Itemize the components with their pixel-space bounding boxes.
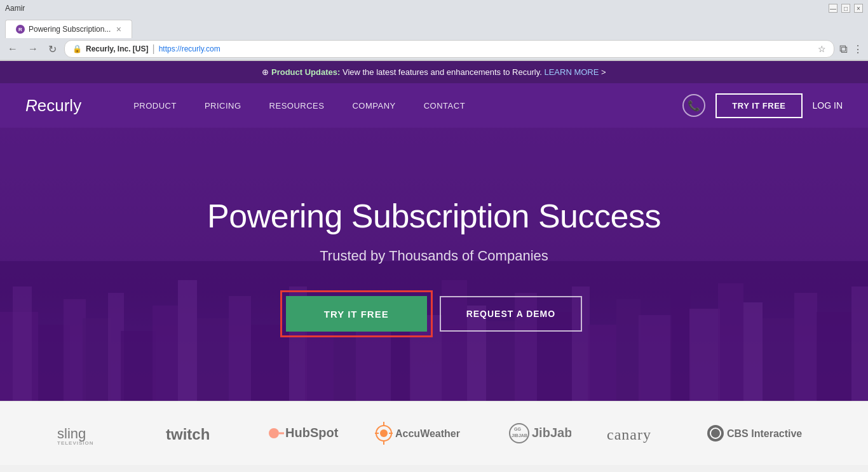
- svg-rect-30: [718, 283, 743, 401]
- minimize-button[interactable]: —: [829, 4, 837, 13]
- url-separator: |: [152, 43, 154, 55]
- svg-rect-9: [178, 280, 197, 401]
- user-label: Aamir: [5, 4, 25, 13]
- svg-rect-31: [743, 302, 763, 401]
- svg-text:AccuWeather: AccuWeather: [395, 428, 460, 439]
- banner-arrow: >: [601, 67, 606, 77]
- bookmark-icon[interactable]: ☆: [818, 44, 826, 54]
- svg-rect-32: [763, 318, 794, 401]
- active-tab[interactable]: R Powering Subscription... ×: [5, 20, 132, 38]
- hero-title: Powering Subscription Success: [207, 197, 661, 235]
- nav-product[interactable]: PRODUCT: [119, 83, 191, 128]
- svg-text:sling: sling: [57, 426, 86, 442]
- browser-chrome: Aamir — □ × R Powering Subscription... ×…: [0, 0, 868, 61]
- accuweather-logo-img: AccuWeather: [374, 421, 475, 446]
- hero-try-free-button[interactable]: TRY IT FREE: [286, 296, 427, 332]
- logo-text-rest: ecurly: [37, 96, 81, 115]
- phone-icon: 📞: [688, 100, 700, 112]
- hubspot-svg: HubSpot: [265, 421, 341, 446]
- svg-text:GG: GG: [514, 427, 521, 431]
- svg-rect-2: [13, 287, 32, 401]
- svg-text:TELEVISION: TELEVISION: [57, 440, 94, 446]
- navbar-try-free-button[interactable]: TRY IT FREE: [715, 93, 802, 118]
- nav-pricing[interactable]: PRICING: [191, 83, 255, 128]
- sling-logo-img: sling TELEVISION: [54, 421, 130, 446]
- top-banner: ⊕ Product Updates: View the latest featu…: [0, 61, 868, 83]
- lock-icon: 🔒: [72, 44, 82, 53]
- nav-resources[interactable]: RESOURCES: [255, 83, 339, 128]
- svg-rect-25: [588, 325, 616, 401]
- navbar: Recurly PRODUCT PRICING RESOURCES COMPAN…: [0, 83, 868, 128]
- hero-subtitle: Trusted by Thousands of Companies: [207, 248, 661, 264]
- cbs-svg: CBS Interactive: [705, 421, 813, 446]
- refresh-button[interactable]: ↻: [46, 42, 59, 57]
- svg-rect-28: [670, 290, 691, 401]
- cbs-logo-img: CBS Interactive: [705, 421, 813, 446]
- svg-rect-5: [83, 318, 111, 401]
- browser-menu-icon[interactable]: ⋮: [853, 43, 863, 55]
- logo-hubspot: HubSpot: [265, 421, 341, 446]
- twitch-svg: twitch: [163, 421, 233, 446]
- logos-bar: sling TELEVISION twitch HubSpot: [0, 401, 868, 465]
- hubspot-logo-img: HubSpot: [265, 421, 341, 446]
- jibjab-logo-img: GG JIBJAB JibJab: [508, 421, 571, 446]
- svg-text:JIBJAB: JIBJAB: [512, 433, 527, 438]
- svg-rect-4: [64, 299, 86, 401]
- svg-rect-7: [121, 331, 156, 401]
- svg-point-39: [269, 428, 279, 438]
- svg-text:canary: canary: [607, 426, 651, 443]
- logo-accuweather: AccuWeather: [374, 421, 475, 446]
- hero-buttons: TRY IT FREE REQUEST A DEMO: [207, 296, 661, 332]
- svg-rect-33: [794, 293, 817, 401]
- nav-links: PRODUCT PRICING RESOURCES COMPANY CONTAC…: [119, 83, 682, 128]
- banner-icon: ⊕: [262, 67, 269, 77]
- favicon-letter: R: [18, 27, 22, 32]
- jibjab-svg: GG JIBJAB JibJab: [508, 421, 571, 446]
- login-button[interactable]: LOG IN: [813, 100, 843, 111]
- tab-close-button[interactable]: ×: [116, 24, 121, 34]
- close-window-button[interactable]: ×: [854, 4, 863, 13]
- logo-canary: canary: [604, 421, 674, 446]
- nav-company[interactable]: COMPANY: [338, 83, 409, 128]
- nav-right: 📞 TRY IT FREE LOG IN: [682, 93, 843, 118]
- url-bar[interactable]: 🔒 Recurly, Inc. [US] | https://recurly.c…: [64, 40, 834, 58]
- logo-jibjab: GG JIBJAB JibJab: [508, 421, 571, 446]
- tab-title: Powering Subscription...: [29, 25, 112, 34]
- svg-rect-8: [153, 306, 178, 401]
- svg-rect-21: [486, 321, 517, 401]
- hero-section: Powering Subscription Success Trusted by…: [0, 128, 868, 401]
- browser-top-bar: Aamir — □ ×: [0, 0, 868, 17]
- logo-sling: sling TELEVISION: [54, 421, 130, 446]
- site-name: Recurly, Inc. [US]: [86, 44, 148, 53]
- sling-svg: sling TELEVISION: [54, 421, 130, 446]
- svg-point-54: [707, 425, 724, 442]
- nav-contact[interactable]: CONTACT: [410, 83, 479, 128]
- phone-button[interactable]: 📞: [682, 94, 705, 117]
- logo-cbs: CBS Interactive: [705, 421, 813, 446]
- svg-rect-29: [689, 309, 720, 401]
- maximize-button[interactable]: □: [841, 4, 850, 13]
- banner-product-updates: Product Updates:: [271, 67, 340, 77]
- svg-text:HubSpot: HubSpot: [285, 426, 339, 440]
- logo-twitch: twitch: [163, 421, 233, 446]
- svg-text:CBS Interactive: CBS Interactive: [727, 428, 802, 439]
- svg-point-43: [380, 429, 388, 437]
- svg-rect-12: [251, 325, 289, 401]
- website: ⊕ Product Updates: View the latest featu…: [0, 61, 868, 465]
- tab-favicon: R: [16, 25, 25, 34]
- svg-rect-34: [817, 312, 851, 401]
- back-button[interactable]: ←: [5, 42, 20, 56]
- logo[interactable]: Recurly: [25, 96, 81, 116]
- address-bar-row: ← → ↻ 🔒 Recurly, Inc. [US] | https://rec…: [0, 38, 868, 60]
- svg-text:JibJab: JibJab: [532, 426, 571, 440]
- accuweather-svg: AccuWeather: [374, 421, 475, 446]
- extensions-icon[interactable]: ⧉: [839, 43, 848, 56]
- twitch-logo-img: twitch: [163, 421, 233, 446]
- canary-svg: canary: [604, 421, 674, 446]
- url-text: https://recurly.com: [159, 44, 220, 53]
- forward-button[interactable]: →: [25, 42, 41, 56]
- hero-request-demo-button[interactable]: REQUEST A DEMO: [440, 296, 583, 332]
- banner-text: View the latest features and enhancement…: [342, 67, 542, 77]
- banner-learn-more[interactable]: LEARN MORE: [544, 67, 599, 77]
- tabs-bar: R Powering Subscription... ×: [0, 17, 868, 38]
